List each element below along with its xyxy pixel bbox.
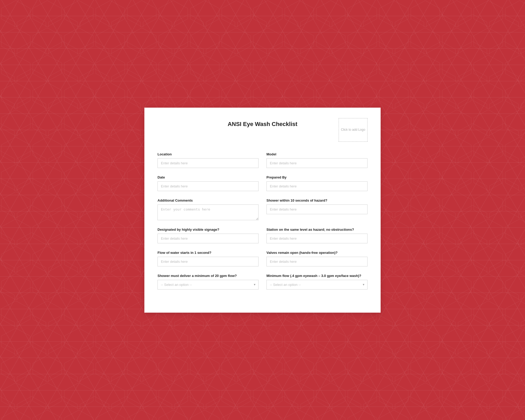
shower-20gpm-select-wrapper: -- Select an option --	[158, 280, 259, 290]
prepared-by-group: Prepared By	[266, 175, 368, 191]
valves-open-label: Valves remain open (hands-free operation…	[266, 251, 368, 255]
shower-10sec-label: Shower within 10 seconds of hazard?	[266, 198, 368, 202]
comments-label: Additional Comments	[158, 198, 259, 202]
flow-1sec-group: Flow of water starts in 1 second?	[158, 251, 259, 266]
signage-station-row: Designated by highly visible signage? St…	[158, 228, 368, 243]
shower-10sec-group: Shower within 10 seconds of hazard?	[266, 198, 368, 220]
location-label: Location	[158, 152, 259, 156]
date-preparedby-row: Date Prepared By	[158, 175, 368, 191]
flow-valves-row: Flow of water starts in 1 second? Valves…	[158, 251, 368, 266]
date-label: Date	[158, 175, 259, 179]
shower-gpm-minflow-row: Shower must deliver a minimum of 20 gpm …	[158, 274, 368, 290]
flow-1sec-label: Flow of water starts in 1 second?	[158, 251, 259, 255]
valves-open-group: Valves remain open (hands-free operation…	[266, 251, 368, 266]
signage-input[interactable]	[158, 234, 259, 243]
minimum-flow-group: Minimum flow (.4 gpm eyewash – 3.0 gpm e…	[266, 274, 368, 290]
signage-group: Designated by highly visible signage?	[158, 228, 259, 243]
station-level-label: Station on the same level as hazard; no …	[266, 228, 368, 232]
shower-10sec-input[interactable]	[266, 204, 368, 214]
form-container: ANSI Eye Wash Checklist Click to add Log…	[144, 108, 381, 313]
model-group: Model	[266, 152, 368, 168]
flow-1sec-input[interactable]	[158, 257, 259, 266]
comments-shower-row: Additional Comments Shower within 10 sec…	[158, 198, 368, 220]
date-group: Date	[158, 175, 259, 191]
form-header: ANSI Eye Wash Checklist Click to add Log…	[158, 118, 368, 142]
logo-placeholder-text: Click to add Logo	[341, 128, 365, 132]
station-level-input[interactable]	[266, 234, 368, 243]
shower-20gpm-group: Shower must deliver a minimum of 20 gpm …	[158, 274, 259, 290]
model-input[interactable]	[266, 158, 368, 168]
minimum-flow-select[interactable]: -- Select an option --	[266, 280, 368, 290]
shower-20gpm-select[interactable]: -- Select an option --	[158, 280, 259, 290]
model-label: Model	[266, 152, 368, 156]
location-group: Location	[158, 152, 259, 168]
shower-20gpm-label: Shower must deliver a minimum of 20 gpm …	[158, 274, 259, 278]
location-model-row: Location Model	[158, 152, 368, 168]
minimum-flow-label: Minimum flow (.4 gpm eyewash – 3.0 gpm e…	[266, 274, 368, 278]
station-level-group: Station on the same level as hazard; no …	[266, 228, 368, 243]
form-title: ANSI Eye Wash Checklist	[186, 118, 339, 128]
location-input[interactable]	[158, 158, 259, 168]
prepared-by-input[interactable]	[266, 181, 368, 191]
minimum-flow-select-wrapper: -- Select an option --	[266, 280, 368, 290]
date-input[interactable]	[158, 181, 259, 191]
valves-open-input[interactable]	[266, 257, 368, 266]
comments-textarea[interactable]	[158, 204, 259, 220]
prepared-by-label: Prepared By	[266, 175, 368, 179]
signage-label: Designated by highly visible signage?	[158, 228, 259, 232]
logo-placeholder[interactable]: Click to add Logo	[339, 118, 368, 142]
comments-group: Additional Comments	[158, 198, 259, 220]
